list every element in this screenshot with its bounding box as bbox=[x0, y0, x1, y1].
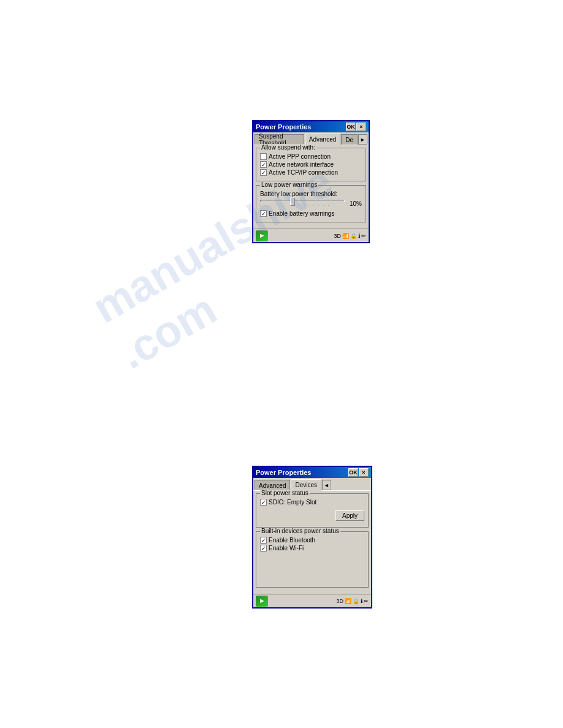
checkbox-wifi-box[interactable] bbox=[260, 545, 267, 552]
tab-arrow1[interactable]: ► bbox=[358, 134, 367, 145]
tray-lock2: 🔒 bbox=[353, 598, 359, 604]
tab-suspend-threshold[interactable]: Suspend Threshold bbox=[255, 134, 304, 145]
tabs2: Advanced Devices ◄ bbox=[253, 478, 371, 490]
tab-arrow2[interactable]: ◄ bbox=[322, 480, 331, 490]
slider-row: · · · · · · · · · · · · · · · 10% bbox=[260, 200, 362, 208]
checkbox-wifi: Enable Wi-Fi bbox=[260, 545, 364, 552]
slot-power-group: Slot power status SDIO: Empty Slot Apply bbox=[256, 493, 369, 528]
builtin-group: Built-in devices power status Enable Blu… bbox=[256, 531, 369, 588]
close-button2[interactable]: × bbox=[359, 468, 369, 477]
slider-container: · · · · · · · · · · · · · · · bbox=[260, 200, 345, 208]
enable-battery-checkbox[interactable] bbox=[260, 210, 267, 217]
checkbox-network-label: Active network interface bbox=[269, 161, 334, 168]
tabs1: Suspend Threshold Advanced De ► bbox=[253, 132, 369, 145]
close-button1[interactable]: × bbox=[356, 123, 366, 131]
tray-info1: ℹ bbox=[358, 233, 360, 239]
start-button2[interactable]: ▶ bbox=[256, 596, 268, 607]
low-power-inner: Battery low power threshold: · · · · · ·… bbox=[260, 191, 362, 217]
dialog2-content: Slot power status SDIO: Empty Slot Apply… bbox=[253, 490, 371, 594]
allow-suspend-checkboxes: Active PPP connection Active network int… bbox=[260, 153, 362, 176]
checkbox-bluetooth-label: Enable Bluetooth bbox=[269, 537, 315, 544]
allow-suspend-group: Allow suspend with: Active PPP connectio… bbox=[256, 148, 366, 181]
tray-info2: ℹ bbox=[361, 598, 362, 604]
titlebar2: Power Properties OK × bbox=[253, 467, 371, 478]
low-power-group: Low power warnings Battery low power thr… bbox=[256, 185, 366, 222]
tab-devices[interactable]: Devices bbox=[291, 479, 321, 491]
checkbox-ppp-label: Active PPP connection bbox=[269, 153, 331, 160]
ok-button1[interactable]: OK bbox=[346, 123, 356, 131]
low-power-title: Low power warnings bbox=[260, 181, 318, 188]
dialog1: Power Properties OK × Suspend Threshold … bbox=[252, 120, 370, 243]
start-button1[interactable]: ▶ bbox=[256, 230, 268, 241]
slider-dots: · · · · · · · · · · · · · · · bbox=[260, 203, 345, 208]
checkbox-bluetooth: Enable Bluetooth bbox=[260, 537, 364, 544]
slider-track bbox=[260, 200, 345, 202]
tray1: 3D 📶 🔒 ℹ ✏ bbox=[334, 233, 366, 239]
tray-pen2: ✏ bbox=[364, 598, 369, 604]
checkbox-tcpip-label: Active TCP/IP connection bbox=[269, 169, 338, 176]
titlebar1: Power Properties OK × bbox=[253, 121, 369, 132]
checkbox-sdio: SDIO: Empty Slot bbox=[260, 499, 364, 506]
tray2: 3D 📶 🔒 ℹ ✏ bbox=[336, 598, 369, 604]
tray-wifi2: 📶 bbox=[345, 598, 351, 604]
checkbox-network: Active network interface bbox=[260, 161, 362, 168]
taskbar1: ▶ 3D 📶 🔒 ℹ ✏ bbox=[253, 229, 369, 242]
enable-battery-label: Enable battery warnings bbox=[269, 210, 334, 217]
tray-wifi1: 📶 bbox=[342, 233, 349, 239]
titlebar1-buttons: OK × bbox=[346, 123, 366, 131]
tab-de[interactable]: De bbox=[341, 134, 358, 145]
dialog1-title: Power Properties bbox=[256, 123, 346, 131]
apply-btn-container: Apply bbox=[260, 510, 364, 521]
dialog2-title: Power Properties bbox=[256, 469, 348, 476]
start-icon1: ▶ bbox=[260, 233, 264, 238]
checkbox-sdio-label: SDIO: Empty Slot bbox=[269, 499, 316, 506]
ok-button2[interactable]: OK bbox=[348, 468, 358, 477]
checkbox-ppp: Active PPP connection bbox=[260, 153, 362, 160]
tab-advanced2[interactable]: Advanced bbox=[255, 480, 290, 490]
taskbar2: ▶ 3D 📶 🔒 ℹ ✏ bbox=[253, 594, 371, 607]
builtin-title: Built-in devices power status bbox=[260, 528, 340, 534]
titlebar2-buttons: OK × bbox=[348, 468, 369, 477]
checkbox-bluetooth-box[interactable] bbox=[260, 537, 267, 544]
checkbox-tcpip: Active TCP/IP connection bbox=[260, 169, 362, 176]
dialog1-content: Allow suspend with: Active PPP connectio… bbox=[253, 145, 369, 229]
slot-power-inner: SDIO: Empty Slot Apply bbox=[260, 499, 364, 521]
dialog2: Power Properties OK × Advanced Devices ◄… bbox=[252, 466, 372, 609]
enable-battery-warnings: Enable battery warnings bbox=[260, 210, 362, 217]
checkbox-network-box[interactable] bbox=[260, 161, 267, 168]
slider-thumb[interactable] bbox=[290, 197, 295, 206]
slider-value: 10% bbox=[350, 200, 362, 207]
builtin-inner: Enable Bluetooth Enable Wi-Fi bbox=[260, 537, 364, 583]
builtin-spacer bbox=[260, 553, 364, 583]
tray-pen1: ✏ bbox=[361, 233, 366, 239]
tab-advanced[interactable]: Advanced bbox=[305, 134, 340, 145]
tray-lock1: 🔒 bbox=[350, 233, 357, 239]
start-icon2: ▶ bbox=[260, 598, 264, 604]
apply-button[interactable]: Apply bbox=[335, 510, 364, 521]
checkbox-sdio-box[interactable] bbox=[260, 499, 267, 506]
tray-3d1: 3D bbox=[334, 233, 341, 239]
tray-3d2: 3D bbox=[336, 598, 343, 604]
threshold-label: Battery low power threshold: bbox=[260, 191, 362, 197]
checkbox-wifi-label: Enable Wi-Fi bbox=[269, 545, 304, 552]
checkbox-tcpip-box[interactable] bbox=[260, 169, 267, 176]
checkbox-ppp-box[interactable] bbox=[260, 153, 267, 160]
